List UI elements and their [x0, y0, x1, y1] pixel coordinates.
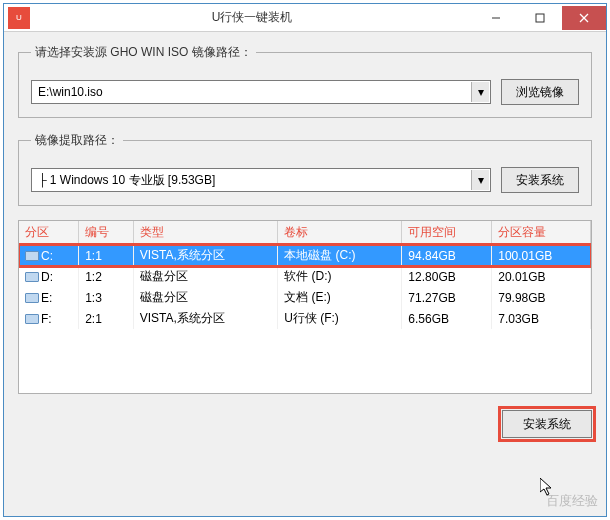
cell-value: 7.03GB: [498, 312, 539, 326]
disk-icon: [25, 293, 39, 303]
disk-icon: [25, 272, 39, 282]
cell-value: 本地磁盘 (C:): [284, 248, 355, 262]
extract-legend: 镜像提取路径：: [31, 132, 123, 149]
titlebar: U U行侠一键装机: [4, 4, 606, 32]
extract-path-combo[interactable]: ├ 1 Windows 10 专业版 [9.53GB] ▾: [31, 168, 491, 192]
source-legend: 请选择安装源 GHO WIN ISO 镜像路径：: [31, 44, 256, 61]
cell-value: 6.56GB: [408, 312, 449, 326]
source-path-value: E:\win10.iso: [38, 85, 103, 99]
maximize-button[interactable]: [518, 6, 562, 30]
chevron-down-icon: ▾: [471, 170, 489, 190]
main-window: U U行侠一键装机 请选择安装源 GHO WIN ISO 镜像路径： E:\wi…: [3, 3, 607, 517]
svg-rect-1: [536, 14, 544, 22]
cell-value: 20.01GB: [498, 270, 545, 284]
partition-table-container: 分区编号类型卷标可用空间分区容量 C:1:1VISTA,系统分区本地磁盘 (C:…: [18, 220, 592, 394]
column-header[interactable]: 分区: [19, 221, 79, 245]
cell-value: 12.80GB: [408, 270, 455, 284]
table-row[interactable]: E:1:3磁盘分区文档 (E:)71.27GB79.98GB: [19, 287, 591, 308]
source-fieldset: 请选择安装源 GHO WIN ISO 镜像路径： E:\win10.iso ▾ …: [18, 44, 592, 118]
table-row[interactable]: F:2:1VISTA,系统分区U行侠 (F:)6.56GB7.03GB: [19, 308, 591, 329]
extract-path-value: ├ 1 Windows 10 专业版 [9.53GB]: [38, 172, 215, 189]
cell-value: E:: [41, 291, 52, 305]
app-icon: U: [8, 7, 30, 29]
cell-value: 71.27GB: [408, 291, 455, 305]
close-button[interactable]: [562, 6, 606, 30]
column-header[interactable]: 卷标: [278, 221, 402, 245]
cell-value: F:: [41, 312, 52, 326]
chevron-down-icon: ▾: [471, 82, 489, 102]
table-row[interactable]: D:1:2磁盘分区软件 (D:)12.80GB20.01GB: [19, 266, 591, 287]
install-system-button-top[interactable]: 安装系统: [501, 167, 579, 193]
cell-value: 100.01GB: [498, 249, 552, 263]
cell-value: VISTA,系统分区: [140, 311, 225, 325]
footer: 安装系统: [4, 406, 606, 448]
column-header[interactable]: 类型: [133, 221, 278, 245]
cell-value: 软件 (D:): [284, 269, 331, 283]
window-controls: [474, 6, 606, 30]
cell-value: C:: [41, 249, 53, 263]
partition-table: 分区编号类型卷标可用空间分区容量 C:1:1VISTA,系统分区本地磁盘 (C:…: [19, 221, 591, 329]
cell-value: 2:1: [85, 312, 102, 326]
cell-value: 磁盘分区: [140, 269, 188, 283]
cell-value: U行侠 (F:): [284, 311, 339, 325]
source-path-combo[interactable]: E:\win10.iso ▾: [31, 80, 491, 104]
table-row[interactable]: C:1:1VISTA,系统分区本地磁盘 (C:)94.84GB100.01GB: [19, 245, 591, 267]
disk-icon: [25, 314, 39, 324]
cell-value: 94.84GB: [408, 249, 455, 263]
cell-value: 1:3: [85, 291, 102, 305]
minimize-button[interactable]: [474, 6, 518, 30]
browse-image-button[interactable]: 浏览镜像: [501, 79, 579, 105]
install-system-button-bottom[interactable]: 安装系统: [502, 410, 592, 438]
cell-value: 1:2: [85, 270, 102, 284]
column-header[interactable]: 分区容量: [492, 221, 591, 245]
extract-fieldset: 镜像提取路径： ├ 1 Windows 10 专业版 [9.53GB] ▾ 安装…: [18, 132, 592, 206]
column-header[interactable]: 编号: [79, 221, 133, 245]
content: 请选择安装源 GHO WIN ISO 镜像路径： E:\win10.iso ▾ …: [4, 32, 606, 406]
cell-value: VISTA,系统分区: [140, 248, 225, 262]
cell-value: 磁盘分区: [140, 290, 188, 304]
window-title: U行侠一键装机: [30, 9, 474, 26]
column-header[interactable]: 可用空间: [402, 221, 492, 245]
disk-icon: [25, 251, 39, 261]
cell-value: 1:1: [85, 249, 102, 263]
cell-value: D:: [41, 270, 53, 284]
cell-value: 79.98GB: [498, 291, 545, 305]
cell-value: 文档 (E:): [284, 290, 331, 304]
